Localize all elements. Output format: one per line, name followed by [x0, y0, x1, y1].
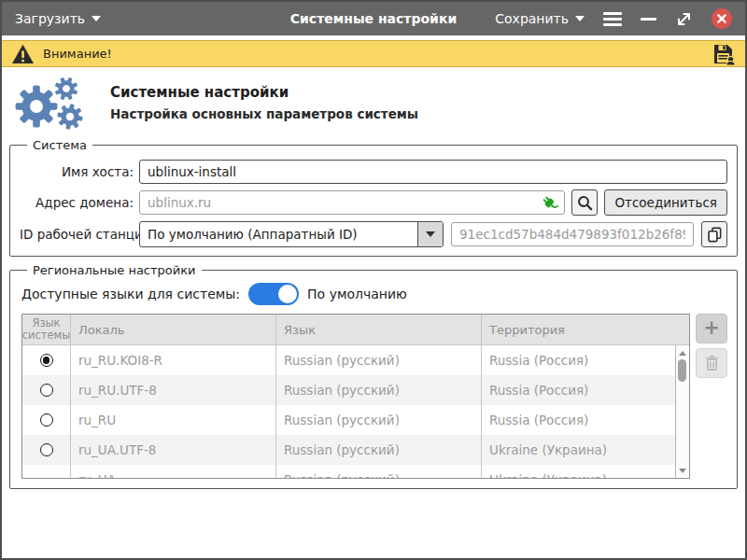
- workstation-id-input[interactable]: [451, 222, 694, 246]
- table-row[interactable]: ru_RU.KOI8-R Russian (русский) Russia (Р…: [22, 345, 689, 375]
- locale-cell: ru_UA: [71, 465, 276, 479]
- scrollbar-thumb[interactable]: [678, 359, 686, 382]
- workstation-id-mode-value: По умолчанию (Аппаратный ID): [140, 222, 417, 246]
- language-cell: Russian (русский): [276, 465, 482, 479]
- territory-cell: Russia (Россия): [482, 345, 689, 375]
- save-menu-button[interactable]: Сохранить: [495, 11, 585, 26]
- page-subtitle: Настройка основных параметров системы: [110, 106, 418, 121]
- system-language-radio[interactable]: [40, 354, 53, 367]
- toggle-state-label: По умолчанию: [307, 287, 407, 301]
- warning-bar: Внимание!: [2, 40, 745, 67]
- column-header-territory: Территория: [482, 315, 689, 344]
- regional-section-legend: Региональные настройки: [27, 263, 202, 277]
- copy-icon: [707, 227, 723, 243]
- save-settings-icon-button[interactable]: [712, 43, 736, 65]
- domain-label: Адрес домена:: [20, 195, 134, 210]
- table-row[interactable]: ru_RU.UTF-8 Russian (русский) Russia (Ро…: [22, 375, 689, 405]
- minimize-button[interactable]: [641, 18, 656, 21]
- language-cell: Russian (русский): [276, 405, 482, 435]
- language-cell: Russian (русский): [276, 435, 482, 465]
- language-cell: Russian (русский): [276, 375, 482, 405]
- system-language-radio[interactable]: [40, 443, 53, 456]
- languages-toggle[interactable]: [248, 283, 299, 305]
- territory-cell: Ukraine (Украина): [482, 435, 689, 465]
- system-language-radio[interactable]: [40, 384, 53, 397]
- domain-search-button[interactable]: [571, 189, 598, 216]
- locale-cell: ru_UA.UTF-8: [71, 435, 276, 465]
- disconnect-button-label: Отсоединиться: [614, 195, 717, 210]
- system-section: Система Имя хоста: Адрес домена:: [9, 138, 738, 257]
- locales-table-header: Язык системы Локаль Язык Территория: [22, 315, 689, 345]
- workstation-id-row: ID рабочей станции: По умолчанию (Аппара…: [20, 221, 727, 247]
- chevron-down-icon: [92, 16, 101, 21]
- locale-cell: ru_RU.KOI8-R: [71, 345, 276, 375]
- plus-icon: +: [703, 318, 720, 338]
- chevron-down-icon: [575, 16, 585, 21]
- languages-label: Доступные языки для системы:: [21, 287, 240, 301]
- warning-icon: [11, 44, 35, 64]
- page-title: Системные настройки: [110, 84, 418, 101]
- plug-connected-icon: [542, 195, 558, 212]
- territory-cell: Russia (Россия): [482, 375, 689, 405]
- save-floppy-icon: [712, 43, 736, 65]
- table-row[interactable]: ru_RU Russian (русский) Russia (Россия): [22, 405, 689, 435]
- trash-icon: [704, 355, 720, 371]
- workstation-id-label: ID рабочей станции:: [20, 227, 134, 242]
- load-menu-button[interactable]: Загрузить: [15, 11, 101, 26]
- workstation-id-mode-select[interactable]: По умолчанию (Аппаратный ID): [139, 221, 444, 247]
- column-header-locale: Локаль: [71, 315, 276, 344]
- table-scrollbar[interactable]: [675, 345, 689, 478]
- window-title: Системные настройки: [290, 11, 457, 26]
- search-icon: [577, 195, 593, 211]
- domain-row: Адрес домена:: [20, 189, 727, 216]
- system-section-legend: Система: [27, 138, 92, 152]
- languages-toggle-row: Доступные языки для системы: По умолчани…: [21, 283, 727, 305]
- gears-icon: [13, 76, 93, 130]
- territory-cell: Ukraine (Украина): [482, 465, 689, 479]
- titlebar: Загрузить Системные настройки Сохранить: [2, 2, 745, 35]
- locale-cell: ru_RU.UTF-8: [71, 375, 276, 405]
- close-icon: [717, 14, 726, 23]
- domain-input[interactable]: [139, 190, 565, 215]
- language-cell: Russian (русский): [276, 345, 482, 375]
- close-button[interactable]: [712, 8, 732, 29]
- hostname-input[interactable]: [139, 160, 727, 184]
- system-language-radio[interactable]: [40, 413, 53, 427]
- maximize-button[interactable]: [675, 10, 693, 28]
- menu-icon[interactable]: [603, 12, 622, 26]
- copy-id-button[interactable]: [701, 221, 727, 247]
- page-header: Системные настройки Настройка основных п…: [2, 67, 745, 138]
- table-row[interactable]: ru_UA Russian (русский) Ukraine (Украина…: [22, 465, 689, 479]
- warning-text: Внимание!: [43, 47, 112, 61]
- regional-section: Региональные настройки Доступные языки д…: [9, 263, 738, 489]
- toggle-knob: [278, 285, 297, 303]
- table-row[interactable]: ru_UA.UTF-8 Russian (русский) Ukraine (У…: [22, 435, 689, 465]
- app-window: Загрузить Системные настройки Сохранить: [0, 0, 747, 560]
- locales-table: Язык системы Локаль Язык Территория ru_R…: [21, 314, 690, 479]
- combobox-arrow-button[interactable]: [417, 222, 443, 246]
- add-locale-button[interactable]: +: [696, 314, 727, 343]
- column-header-language: Язык: [276, 315, 482, 344]
- hostname-label: Имя хоста:: [20, 164, 134, 179]
- territory-cell: Russia (Россия): [482, 405, 689, 435]
- chevron-down-icon: [426, 231, 435, 237]
- disconnect-button[interactable]: Отсоединиться: [604, 189, 727, 216]
- column-header-system-language: Язык системы: [22, 315, 71, 344]
- scroll-up-icon[interactable]: [676, 347, 689, 358]
- delete-locale-button[interactable]: [696, 348, 727, 378]
- load-menu-label: Загрузить: [15, 11, 85, 26]
- save-menu-label: Сохранить: [495, 11, 569, 26]
- locale-cell: ru_RU: [71, 405, 276, 435]
- hostname-row: Имя хоста:: [20, 160, 727, 184]
- scroll-down-icon[interactable]: [676, 465, 689, 476]
